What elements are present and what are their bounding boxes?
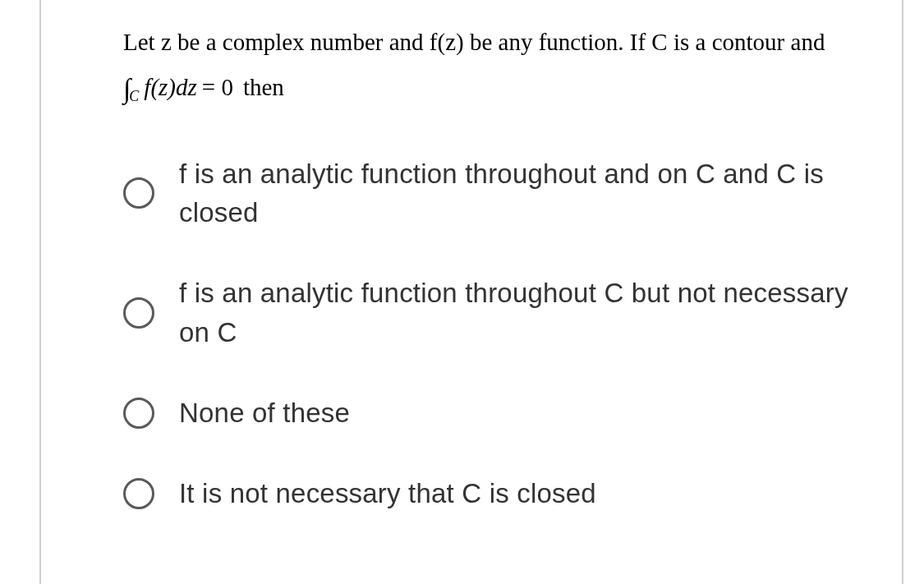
radio-icon	[123, 297, 154, 329]
option-label: f is an analytic function throughout C b…	[179, 274, 853, 352]
radio-icon	[123, 398, 154, 429]
integral-function: f(z)dz	[144, 70, 196, 106]
option-4[interactable]: It is not necessary that C is closed	[123, 474, 853, 513]
question-line-1: Let z be a complex number and f(z) be an…	[123, 25, 853, 61]
integral-subscript: C	[129, 85, 139, 108]
then-text: then	[243, 70, 284, 106]
equals-zero: = 0	[202, 70, 233, 106]
option-3[interactable]: None of these	[123, 393, 853, 433]
question-container: Let z be a complex number and f(z) be an…	[39, 0, 903, 584]
option-label: It is not necessary that C is closed	[179, 474, 596, 513]
question-line-2: ∫ C f(z)dz = 0 then	[123, 67, 853, 109]
option-1[interactable]: f is an analytic function throughout and…	[123, 154, 853, 233]
option-2[interactable]: f is an analytic function throughout C b…	[123, 274, 853, 352]
radio-icon	[123, 478, 154, 509]
option-label: f is an analytic function throughout and…	[179, 154, 853, 233]
integral-expression: ∫ C f(z)dz = 0	[123, 67, 238, 109]
radio-icon	[123, 177, 154, 209]
option-label: None of these	[179, 393, 350, 433]
options-list: f is an analytic function throughout and…	[123, 154, 853, 513]
question-prompt: Let z be a complex number and f(z) be an…	[123, 25, 853, 109]
